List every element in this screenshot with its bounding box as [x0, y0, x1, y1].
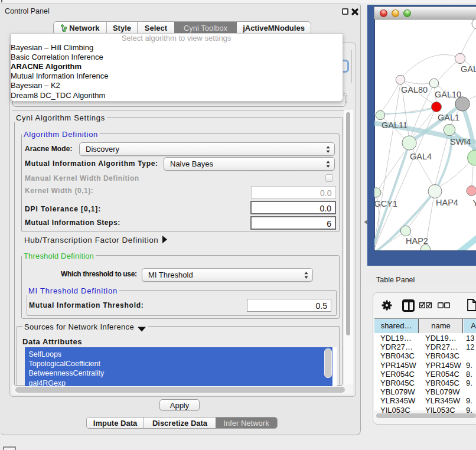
svg-text:Y: Y [473, 198, 476, 208]
svg-text:HAP2: HAP2 [406, 236, 428, 246]
svg-text:GCY1: GCY1 [374, 199, 397, 208]
svg-text:SWI4: SWI4 [450, 137, 471, 146]
svg-text:GAL2: GAL2 [461, 64, 476, 74]
svg-text:GAL4: GAL4 [410, 152, 432, 161]
svg-text:GAL80: GAL80 [401, 85, 428, 94]
svg-text:HAP4: HAP4 [436, 198, 458, 207]
svg-text:GAL11: GAL11 [382, 120, 407, 130]
svg-text:GAL1: GAL1 [438, 113, 459, 122]
svg-text:GAL10: GAL10 [435, 90, 461, 99]
